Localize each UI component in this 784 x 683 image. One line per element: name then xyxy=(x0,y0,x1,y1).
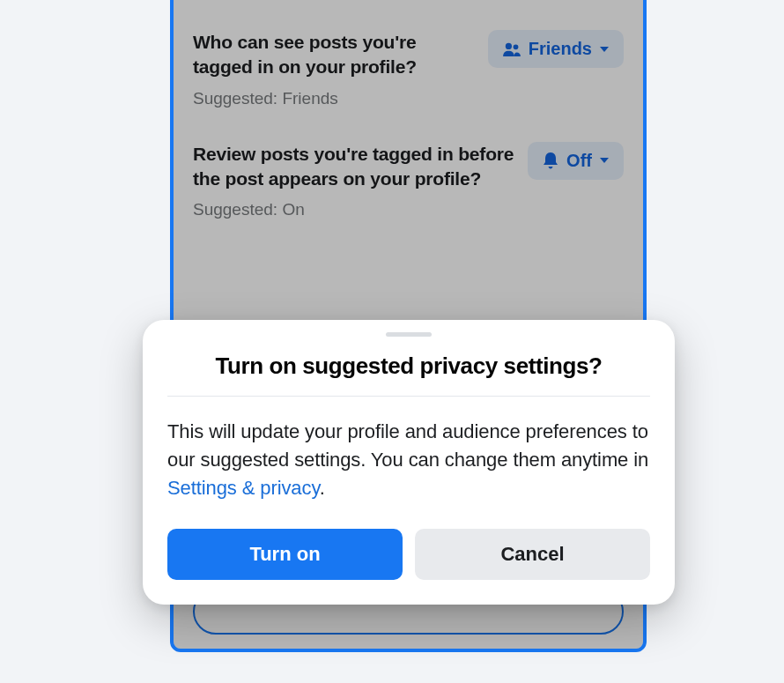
bell-icon xyxy=(542,151,559,170)
divider xyxy=(167,396,650,397)
svg-point-1 xyxy=(513,44,518,49)
setting-label-tagged-visibility: Who can see posts you're tagged in on yo… xyxy=(193,30,476,80)
audience-selector-friends[interactable]: Friends xyxy=(488,30,624,68)
setting-label-tag-review: Review posts you're tagged in before the… xyxy=(193,142,515,192)
setting-row: Review posts you're tagged in before the… xyxy=(193,142,624,192)
selector-value: Off xyxy=(566,151,592,171)
chevron-down-icon xyxy=(599,45,610,54)
confirm-sheet: Turn on suggested privacy settings? This… xyxy=(143,320,675,605)
chevron-down-icon xyxy=(599,156,610,165)
cancel-button[interactable]: Cancel xyxy=(415,529,650,580)
sheet-body: This will update your profile and audien… xyxy=(167,418,650,502)
sheet-title: Turn on suggested privacy settings? xyxy=(167,353,650,380)
friends-icon xyxy=(502,41,521,57)
settings-list: Suggested: Friends Who can see posts you… xyxy=(174,0,643,219)
toggle-selector-review[interactable]: Off xyxy=(528,142,624,180)
sheet-body-text-suffix: . xyxy=(320,477,325,499)
turn-on-button[interactable]: Turn on xyxy=(167,529,403,580)
suggested-text: Suggested: On xyxy=(193,200,624,219)
svg-point-0 xyxy=(506,42,512,48)
sheet-body-text-prefix: This will update your profile and audien… xyxy=(167,420,648,471)
settings-privacy-link[interactable]: Settings & privacy xyxy=(167,477,320,499)
selector-value: Friends xyxy=(529,39,592,59)
suggested-text: Suggested: Friends xyxy=(193,89,624,108)
setting-row: Who can see posts you're tagged in on yo… xyxy=(193,30,624,80)
background-card: Suggested: Friends Who can see posts you… xyxy=(16,0,768,683)
sheet-actions: Turn on Cancel xyxy=(167,529,650,580)
sheet-grabber[interactable] xyxy=(386,332,432,337)
